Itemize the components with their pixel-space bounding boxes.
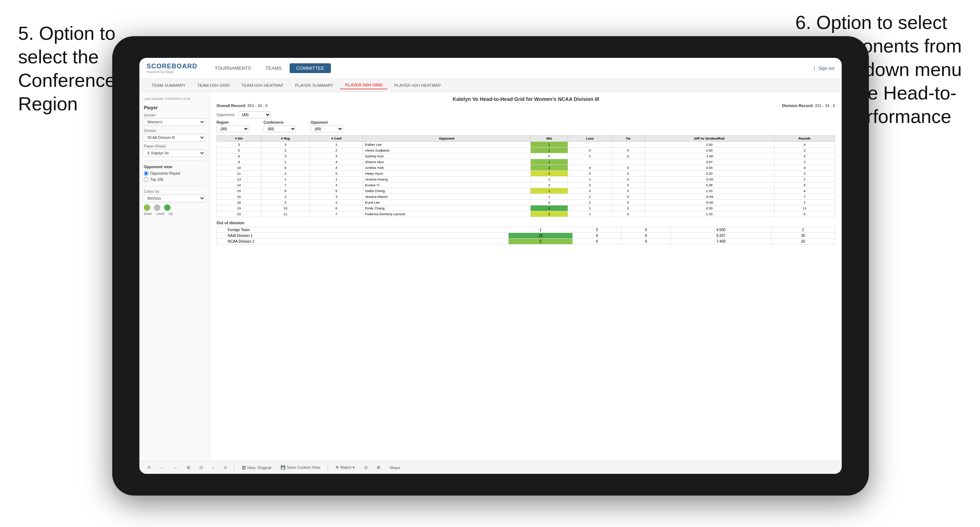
radio-top100-input[interactable] xyxy=(144,177,148,182)
table-row: 16 2 3 Jessica Mason 1 2 0 -0.94 7 xyxy=(217,194,835,200)
grid-area: Katelyn Vo Head-to-Head Grid for Women's… xyxy=(210,92,842,461)
colour-label-up: Up xyxy=(169,212,173,216)
nav-teams[interactable]: TEAMS xyxy=(259,63,288,73)
circle-level xyxy=(154,204,161,211)
colour-by-label: Colour by xyxy=(144,189,205,194)
out-of-division-title: Out of division xyxy=(216,221,835,225)
record-row: Overall Record: 353 - 34 - 6 Division Re… xyxy=(216,103,835,108)
header-pipe: | xyxy=(814,66,815,71)
radio-opponents-played-input[interactable] xyxy=(144,171,148,176)
division-select[interactable]: NCAA Division III xyxy=(144,134,205,141)
filter-group-region: Region (All) xyxy=(216,121,249,132)
th-conf: # Conf xyxy=(310,136,363,142)
player-rank-select[interactable]: 8. Katelyn Vo xyxy=(144,149,205,157)
opponents-label: Opponents: xyxy=(216,113,235,117)
ood-table: Foreign Team 1 0 0 4.500 2 NAIA Division… xyxy=(216,227,835,244)
toolbar-share-icon[interactable]: ⊠ xyxy=(375,464,382,471)
filter-group-opponent: Opponent (All) xyxy=(310,121,343,132)
ood-row: NCAA Division 2 5 0 0 7.400 10 xyxy=(217,239,835,244)
th-opponent: Opponent xyxy=(363,136,531,142)
colour-section: Colour by Win/loss Down Level Up xyxy=(144,189,205,216)
toolbar-sep-1 xyxy=(234,464,235,471)
opponents-select[interactable]: (All) xyxy=(238,111,271,118)
nav-committee[interactable]: COMMITTEE xyxy=(290,63,331,73)
logo-text: SCOREBOARD xyxy=(146,63,197,70)
opponent-select[interactable]: (All) xyxy=(310,125,343,132)
toolbar-comment[interactable]: ⊡ xyxy=(362,464,370,471)
filter-group-conference: Conference (All) xyxy=(264,121,296,132)
toolbar-watch[interactable]: 👁 Watch ▾ xyxy=(333,464,357,471)
subnav-player-summary[interactable]: PLAYER SUMMARY xyxy=(290,82,339,89)
table-row: 3 3 1 Esther Lee 1 1.50 4 xyxy=(217,142,835,148)
opponents-filter-row: Opponents: (All) xyxy=(216,111,835,118)
table-row: 10 6 3 Andrea York 2 0 0 4.00 4 xyxy=(217,165,835,171)
subnav-team-h2h-heatmap[interactable]: TEAM H2H HEATMAP xyxy=(236,82,288,89)
toolbar-forward[interactable]: → xyxy=(171,465,180,471)
radio-opponents-played[interactable]: Opponents Played xyxy=(144,171,205,176)
th-diff: Diff Av Strokes/Rnd xyxy=(644,136,774,142)
table-row: 13 1 1 Jessica Huang 1 1 0 -3.00 2 xyxy=(217,176,835,182)
h2h-table: # Div # Reg # Conf Opponent Win Loss Tie… xyxy=(216,135,835,217)
toolbar-reset[interactable]: ⊙ xyxy=(221,464,229,471)
gender-select[interactable]: Women's xyxy=(144,118,205,126)
tablet-shell: SCOREBOARD Powered by clippd TOURNAMENTS… xyxy=(112,36,869,495)
nav-tournaments[interactable]: TOURNAMENTS xyxy=(208,63,258,73)
toolbar-view-original[interactable]: 🖼 View: Original xyxy=(240,465,274,471)
radio-top100-label: Top 100 xyxy=(150,178,163,182)
toolbar-zoom-fit[interactable]: ⊡ xyxy=(197,464,205,471)
logo-sub: Powered by clippd xyxy=(146,70,197,74)
player-rank-label: Player (Rank) xyxy=(144,144,205,148)
subnav-player-h2h-heatmap[interactable]: PLAYER H2H HEATMAP xyxy=(389,82,446,89)
table-row: 18 2 2 Euna Lee 0 2 0 -5.00 2 xyxy=(217,200,835,205)
overall-record: Overall Record: 353 - 34 - 6 xyxy=(216,103,267,108)
sidebar-divider xyxy=(144,160,205,161)
toolbar-share[interactable]: Share xyxy=(387,465,402,471)
table-row: 15 8 5 Stella Cheng 1 0 0 1.25 4 xyxy=(217,188,835,194)
th-tie: Tie xyxy=(612,136,644,142)
toolbar-back[interactable]: ← xyxy=(158,465,166,471)
toolbar-undo[interactable]: ↺ xyxy=(145,464,153,471)
toolbar-grid[interactable]: ⊞ xyxy=(185,464,192,471)
logo-area: SCOREBOARD Powered by clippd xyxy=(146,63,197,74)
division-label: Division xyxy=(144,129,205,133)
filter-conference-title: Conference xyxy=(264,121,296,124)
filter-groups: Region (All) Conference (All) Opponent xyxy=(216,121,835,132)
bottom-toolbar: ↺ ← → ⊞ ⊡ ↕ ⊙ 🖼 View: Original 💾 Save Cu… xyxy=(139,461,842,474)
circle-up xyxy=(164,204,170,211)
sub-nav: TEAM SUMMARY TEAM H2H GRID TEAM H2H HEAT… xyxy=(139,79,842,92)
table-row: 5 2 2 Alexis Sudjianto 1 0 0 4.00 3 xyxy=(217,148,835,153)
th-div: # Div xyxy=(217,136,261,142)
colour-label-level: Level xyxy=(156,212,164,216)
main-content: Last Updated: 27/03/2024 18:34 Player Ge… xyxy=(139,92,842,461)
ood-row: NAIA Division 1 15 0 0 9.267 30 xyxy=(217,233,835,239)
table-row: 6 3 3 Sydney Kuo 0 1 0 -1.00 3 xyxy=(217,153,835,159)
toolbar-save-custom[interactable]: 💾 Save Custom View xyxy=(278,464,323,471)
colour-by-select[interactable]: Win/loss xyxy=(144,195,205,202)
subnav-player-h2h-grid[interactable]: PLAYER H2H GRID xyxy=(340,81,388,89)
toolbar-sep-2 xyxy=(328,464,328,471)
table-row: 14 7 4 Eunice Yi 2 2 0 0.38 9 xyxy=(217,182,835,188)
colour-circles xyxy=(144,204,205,211)
radio-top100[interactable]: Top 100 xyxy=(144,177,205,182)
sidebar: Last Updated: 27/03/2024 18:34 Player Ge… xyxy=(139,92,210,461)
filter-opponent-title: Opponent xyxy=(310,121,343,124)
app-header: SCOREBOARD Powered by clippd TOURNAMENTS… xyxy=(139,58,842,79)
region-select[interactable]: (All) xyxy=(216,125,249,132)
sidebar-divider-2 xyxy=(144,186,205,186)
conference-select[interactable]: (All) xyxy=(264,125,296,132)
table-row: 19 10 6 Emily Chang 4 1 0 0.30 11 xyxy=(217,205,835,211)
toolbar-resize[interactable]: ↕ xyxy=(210,465,216,471)
header-right: | Sign out xyxy=(814,66,834,71)
sign-out-link[interactable]: Sign out xyxy=(819,66,834,71)
subnav-team-h2h-grid[interactable]: TEAM H2H GRID xyxy=(192,82,235,89)
th-win: Win xyxy=(530,136,568,142)
subnav-team-summary[interactable]: TEAM SUMMARY xyxy=(146,82,191,89)
ood-row: Foreign Team 1 0 0 4.500 2 xyxy=(217,227,835,233)
th-rounds: Rounds xyxy=(774,136,835,142)
table-row: 9 1 4 Sharon Mun 1 3.67 3 xyxy=(217,159,835,165)
table-row: 20 11 7 Federica Domecq Lacroze 2 1 0 1.… xyxy=(217,211,835,217)
radio-opponents-played-label: Opponents Played xyxy=(150,171,180,175)
th-loss: Loss xyxy=(568,136,612,142)
gender-label: Gender xyxy=(144,113,205,117)
table-row: 11 2 5 Heejo Hyun 1 0 0 3.33 3 xyxy=(217,171,835,176)
